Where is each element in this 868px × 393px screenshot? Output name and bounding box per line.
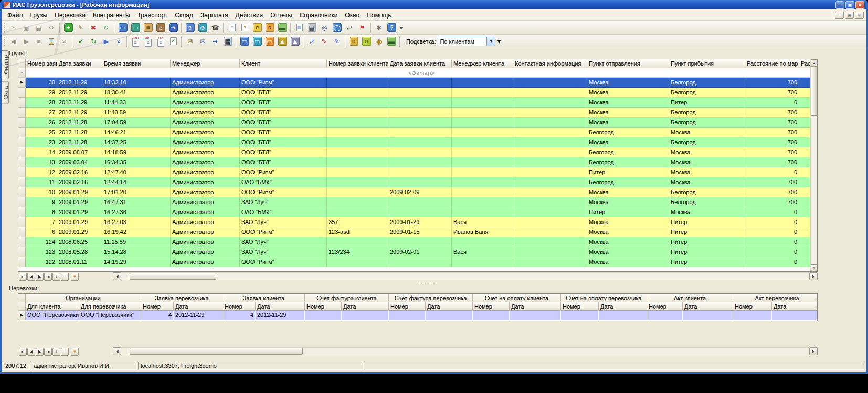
column-header[interactable]: Менеджер <box>171 59 240 68</box>
column-header[interactable]: Дата заявки <box>57 59 102 68</box>
column-header[interactable]: Номер заявки клиента <box>327 59 388 68</box>
nav-last-button[interactable]: ⇥ <box>44 273 52 281</box>
scroll-right-button[interactable]: ▶ <box>809 347 818 355</box>
column-header[interactable]: Дата <box>256 302 305 311</box>
exchange-button[interactable]: ⇄ <box>343 22 356 34</box>
cargo-row[interactable]: 252012.11.2814:46.21АдминистраторООО "БТ… <box>18 128 817 137</box>
truck-load-button[interactable]: ▭ <box>238 36 251 47</box>
column-header[interactable]: Пункт прибытия <box>669 59 745 68</box>
splitter[interactable]: ······· <box>8 282 848 285</box>
menu-item[interactable]: Действия <box>232 10 267 20</box>
scrollbar-track[interactable] <box>121 347 809 355</box>
route-button[interactable]: ➔ <box>167 22 179 34</box>
banknotes-button[interactable]: ▬ <box>385 36 398 47</box>
group-header[interactable]: Заявка клиента <box>223 294 305 302</box>
assign-button[interactable]: ⇗ <box>305 36 318 47</box>
group-header[interactable]: Счет на оплату клиента <box>473 294 561 302</box>
chevron-down-icon[interactable]: ▼ <box>486 37 495 46</box>
column-header[interactable]: Номер <box>141 302 174 311</box>
column-header[interactable]: Дата <box>510 302 561 311</box>
scroll-down-button[interactable]: ▼ <box>811 264 818 271</box>
column-header[interactable]: Номер <box>389 302 426 311</box>
scroll-right-button[interactable]: ▶ <box>809 272 818 280</box>
group-header[interactable]: Акт клиента <box>647 294 733 302</box>
toolbar-grip[interactable] <box>4 37 5 46</box>
cargo-row[interactable]: 92009.01.2916:47.31АдминистраторЗАО "Луч… <box>18 197 817 207</box>
scroll-left-button[interactable]: ◀ <box>113 347 121 355</box>
column-header[interactable]: Дата <box>342 302 389 311</box>
menu-item[interactable]: Помощь <box>363 10 395 20</box>
menu-item[interactable]: Склад <box>171 10 197 20</box>
truck-pay-button[interactable]: ¤ <box>347 36 360 47</box>
column-header[interactable]: Менеджер клиента <box>452 59 513 68</box>
menu-item[interactable]: Перевозки <box>51 10 89 20</box>
column-header[interactable]: Расс <box>799 59 810 68</box>
cargo-row[interactable]: 272012.11.2911:40.59АдминистраторООО "БТ… <box>18 108 817 118</box>
menu-item[interactable]: Отчеты <box>267 10 295 20</box>
column-header[interactable]: Номер <box>473 302 510 311</box>
edit-red-button[interactable]: ✎ <box>318 36 331 47</box>
invoice-doc-button[interactable]: ¤ <box>238 22 251 34</box>
group-header[interactable]: Заявка перевозчика <box>141 294 223 302</box>
nav-delete-button[interactable]: − <box>61 273 69 281</box>
column-header[interactable]: Для клиента <box>26 302 79 311</box>
toolbar1-overflow-button[interactable]: ▾ <box>398 22 405 34</box>
menu-item[interactable]: Окно <box>341 10 363 20</box>
refresh-button[interactable]: ↻ <box>100 22 112 34</box>
horizontal-scrollbar[interactable]: ◀▶ <box>113 272 818 280</box>
scrollbar-thumb[interactable] <box>130 348 303 355</box>
cargo-row[interactable]: 1232008.05.2815:14.28АдминистраторЗАО "Л… <box>18 247 817 257</box>
column-header[interactable]: Клиент <box>240 59 327 68</box>
cash-button[interactable]: ▬ <box>276 22 289 34</box>
menu-item[interactable]: Файл <box>4 10 27 20</box>
mdi-close-button[interactable]: ✕ <box>855 12 864 19</box>
confirm-button[interactable]: ✔ <box>75 36 87 47</box>
highlight-combobox[interactable]: По клиентам ▼ <box>438 37 495 46</box>
scrollbar-track[interactable] <box>121 272 809 280</box>
cargo-row[interactable]: ▶302012.11.2918:32.10АдминистраторООО "Р… <box>18 78 817 88</box>
group-header[interactable]: Организации <box>26 294 141 302</box>
recalc-button[interactable]: ↻ <box>87 36 100 47</box>
mail-send-button[interactable]: ✉ <box>184 36 196 47</box>
edit-blue-button[interactable]: ✎ <box>331 36 343 47</box>
column-header[interactable]: Номер <box>647 302 683 311</box>
nav-insert-button[interactable]: + <box>52 348 60 356</box>
menu-item[interactable]: Справочники <box>296 10 342 20</box>
column-header[interactable]: Контактная информация <box>513 59 587 68</box>
column-header[interactable]: Пункт отправления <box>587 59 669 68</box>
nav-insert-button[interactable]: + <box>52 273 60 281</box>
maximize-button[interactable]: ▣ <box>845 1 854 9</box>
cargo-row[interactable]: 262012.11.2817:04.59АдминистраторООО "БТ… <box>18 118 817 128</box>
cargo-row[interactable]: 102009.01.2917:01.20АдминистраторООО "Ри… <box>18 187 817 197</box>
column-header[interactable]: Время заявки <box>102 59 171 68</box>
cargo-row[interactable]: 62009.01.2916:19.42АдминистраторООО "Рит… <box>18 227 817 237</box>
akt-doc-button[interactable]: акт≡ <box>142 36 154 47</box>
horizontal-scrollbar[interactable]: ◀▶ <box>113 347 818 355</box>
truck-button[interactable]: ▭ <box>117 22 129 34</box>
run-button[interactable]: ▶ <box>100 36 112 47</box>
menu-item[interactable]: Контрагенты <box>89 10 134 20</box>
nav-next-button[interactable]: ▶ <box>36 348 44 356</box>
crane-button[interactable]: ▲ <box>276 36 289 47</box>
column-header[interactable]: Для перевозчика <box>79 302 141 311</box>
mail-open-button[interactable]: ✉ <box>196 36 209 47</box>
truck-income-button[interactable]: ¤ <box>360 36 373 47</box>
nav-next-button[interactable]: ▶ <box>36 273 44 281</box>
column-header[interactable]: Номер <box>561 302 599 311</box>
filter-button[interactable]: ▼ <box>71 273 79 281</box>
transport-row[interactable]: ▶ООО "Перевозчики"ООО "Перевозчики"42012… <box>18 311 817 320</box>
side-tab-windows[interactable]: Окна <box>2 81 9 104</box>
group-header[interactable]: Счет-фактура клиента <box>305 294 389 302</box>
payment-out-button[interactable]: ¤ <box>263 22 276 34</box>
delete-record-button[interactable]: ✖ <box>87 22 100 34</box>
column-header[interactable]: Номер заяв <box>26 59 57 68</box>
cargo-row[interactable]: 232012.11.2814:37.25АдминистраторООО "БТ… <box>18 137 817 147</box>
scrollbar-thumb[interactable] <box>130 273 216 280</box>
forklift-button[interactable]: ▭ <box>263 36 276 47</box>
scrollbar-track[interactable] <box>811 66 817 264</box>
weigh-button[interactable]: ▲ <box>289 36 301 47</box>
nav-prev-button[interactable]: ◀ <box>27 348 35 356</box>
flag-button[interactable]: ⚑ <box>356 22 368 34</box>
export-button[interactable]: ➔ <box>209 36 221 47</box>
edit-record-button[interactable]: ✎ <box>75 22 87 34</box>
